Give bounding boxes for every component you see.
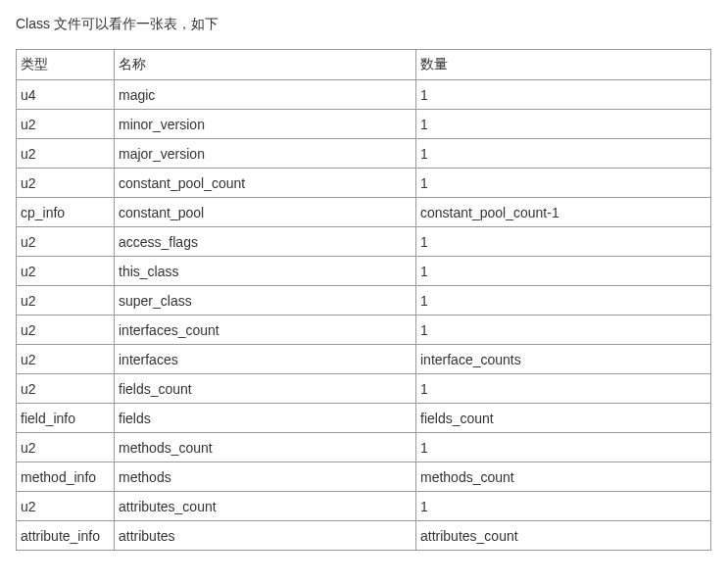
cell-name: this_class <box>115 257 416 286</box>
cell-name: fields <box>115 404 416 433</box>
cell-type: attribute_info <box>17 521 115 551</box>
cell-name: major_version <box>115 139 416 169</box>
cell-count: interface_counts <box>416 345 711 374</box>
table-row: u2 super_class 1 <box>17 286 711 316</box>
cell-count: 1 <box>416 286 711 316</box>
cell-count: 1 <box>416 316 711 345</box>
cell-name: access_flags <box>115 227 416 257</box>
cell-count: 1 <box>416 80 711 110</box>
cell-count: methods_count <box>416 462 711 492</box>
cell-name: constant_pool <box>115 198 416 227</box>
table-body: 类型 名称 数量 u4 magic 1 u2 minor_version 1 u… <box>17 50 711 551</box>
cell-count: 1 <box>416 227 711 257</box>
cell-name: fields_count <box>115 374 416 404</box>
cell-count: 1 <box>416 374 711 404</box>
table-row: u2 major_version 1 <box>17 139 711 169</box>
cell-type: method_info <box>17 462 115 492</box>
table-row: u2 constant_pool_count 1 <box>17 169 711 198</box>
cell-count: 1 <box>416 492 711 521</box>
class-file-table: 类型 名称 数量 u4 magic 1 u2 minor_version 1 u… <box>16 49 711 551</box>
cell-name: constant_pool_count <box>115 169 416 198</box>
cell-type: u4 <box>17 80 115 110</box>
cell-name: interfaces_count <box>115 316 416 345</box>
cell-type: u2 <box>17 227 115 257</box>
cell-type: field_info <box>17 404 115 433</box>
cell-name: interfaces <box>115 345 416 374</box>
cell-type: u2 <box>17 169 115 198</box>
cell-name: super_class <box>115 286 416 316</box>
table-row: u4 magic 1 <box>17 80 711 110</box>
cell-type: u2 <box>17 374 115 404</box>
table-header-row: 类型 名称 数量 <box>17 50 711 80</box>
table-row: u2 minor_version 1 <box>17 110 711 139</box>
header-name: 名称 <box>115 50 416 80</box>
intro-text: Class 文件可以看作一张表，如下 <box>16 16 712 33</box>
cell-type: u2 <box>17 286 115 316</box>
cell-type: u2 <box>17 257 115 286</box>
cell-name: methods <box>115 462 416 492</box>
cell-name: methods_count <box>115 433 416 462</box>
cell-type: u2 <box>17 492 115 521</box>
table-row: field_info fields fields_count <box>17 404 711 433</box>
cell-count: 1 <box>416 169 711 198</box>
cell-name: minor_version <box>115 110 416 139</box>
table-row: u2 interfaces_count 1 <box>17 316 711 345</box>
cell-count: 1 <box>416 257 711 286</box>
table-row: u2 attributes_count 1 <box>17 492 711 521</box>
table-row: u2 methods_count 1 <box>17 433 711 462</box>
cell-count: 1 <box>416 433 711 462</box>
cell-name: attributes <box>115 521 416 551</box>
cell-type: u2 <box>17 139 115 169</box>
cell-name: attributes_count <box>115 492 416 521</box>
cell-type: u2 <box>17 110 115 139</box>
table-row: u2 access_flags 1 <box>17 227 711 257</box>
header-type: 类型 <box>17 50 115 80</box>
table-row: method_info methods methods_count <box>17 462 711 492</box>
header-count: 数量 <box>416 50 711 80</box>
table-row: attribute_info attributes attributes_cou… <box>17 521 711 551</box>
cell-type: u2 <box>17 345 115 374</box>
cell-count: attributes_count <box>416 521 711 551</box>
table-row: cp_info constant_pool constant_pool_coun… <box>17 198 711 227</box>
table-row: u2 interfaces interface_counts <box>17 345 711 374</box>
cell-name: magic <box>115 80 416 110</box>
cell-count: fields_count <box>416 404 711 433</box>
cell-count: 1 <box>416 110 711 139</box>
table-row: u2 this_class 1 <box>17 257 711 286</box>
cell-count: 1 <box>416 139 711 169</box>
cell-type: u2 <box>17 316 115 345</box>
table-row: u2 fields_count 1 <box>17 374 711 404</box>
cell-type: u2 <box>17 433 115 462</box>
cell-type: cp_info <box>17 198 115 227</box>
cell-count: constant_pool_count-1 <box>416 198 711 227</box>
